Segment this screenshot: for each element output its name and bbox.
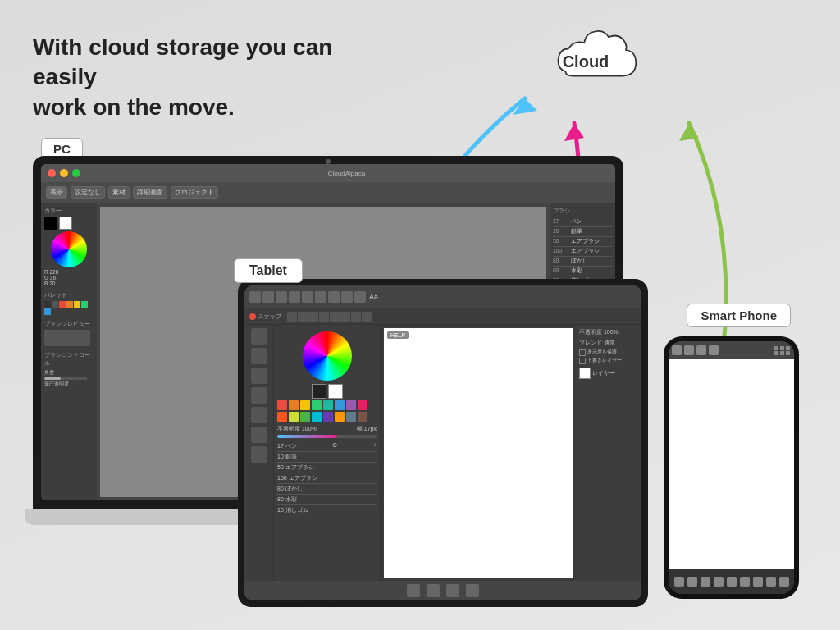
tablet-tool[interactable] [251, 446, 267, 463]
tablet-bottom-icon[interactable] [466, 584, 479, 597]
tablet-bottom-icon[interactable] [446, 584, 459, 597]
cloud-diagram: Cloud [520, 25, 651, 98]
brush-list-title: ブラシ [553, 207, 612, 215]
cloud-label: Cloud [563, 52, 609, 71]
phone-bottom-icon[interactable] [740, 577, 750, 587]
brush-preview [44, 330, 90, 346]
phone-tool-icon[interactable] [672, 345, 682, 355]
tablet-label: Tablet [234, 258, 303, 283]
brush-list-item[interactable]: 80水彩 [553, 267, 612, 276]
color-panel-title: カラー [44, 207, 94, 215]
phone-canvas [669, 359, 794, 569]
tablet-bottom-icon[interactable] [407, 584, 420, 597]
phone-bottom-icon[interactable] [727, 577, 737, 587]
phone-tool-icon[interactable] [709, 345, 719, 355]
brush-list-item[interactable]: 50エアブラシ [553, 237, 612, 247]
phone-tool-icon[interactable] [684, 345, 694, 355]
toolbar-btn-material[interactable]: 素材 [108, 186, 130, 199]
brush-control-title: ブラシコントロール [44, 351, 94, 368]
smartphone-mockup [664, 336, 799, 599]
palette-title: パレット [44, 291, 94, 299]
brush-list-item[interactable]: 10鉛筆 [553, 227, 612, 237]
brush-list-item[interactable]: 100エアブラシ [553, 247, 612, 257]
tablet-mockup: Aa スナップ [238, 279, 648, 607]
tablet-bottom-icon[interactable] [427, 584, 440, 597]
phone-bottom-icon[interactable] [779, 577, 789, 587]
toolbar-btn-detail[interactable]: 詳細画面 [133, 186, 167, 199]
brush-preview-title: ブラシプレビュー [44, 320, 94, 328]
phone-bottom-icon[interactable] [687, 577, 697, 587]
toolbar-btn-display[interactable]: 表示 [46, 186, 67, 199]
phone-bottom-icon[interactable] [753, 577, 763, 587]
smartphone-label: Smart Phone [687, 304, 791, 327]
tablet-tool[interactable] [251, 368, 267, 384]
brush-list-item[interactable]: 17ペン [553, 217, 612, 227]
tablet-tool[interactable] [251, 407, 267, 423]
phone-bottom-icon[interactable] [766, 577, 776, 587]
color-wheel[interactable] [51, 231, 87, 267]
phone-bottom-icon[interactable] [701, 577, 710, 587]
phone-bottom-icon[interactable] [674, 577, 684, 587]
tablet-tool[interactable] [251, 387, 267, 404]
brush-list-item[interactable]: 80ぼかし [553, 257, 612, 267]
tablet-canvas: HELP [384, 328, 573, 578]
tablet-color-wheel[interactable] [303, 331, 352, 381]
tablet-tool[interactable] [251, 328, 267, 345]
tablet-tool[interactable] [251, 348, 267, 364]
main-heading: With cloud storage you can easily work o… [33, 33, 377, 122]
toolbar-btn-project[interactable]: プロジェクト [171, 186, 218, 199]
tablet-tool[interactable] [251, 427, 267, 443]
phone-tool-icon[interactable] [696, 345, 706, 355]
phone-bottom-icon[interactable] [714, 577, 724, 587]
toolbar-btn-none[interactable]: 設定なし [71, 186, 105, 199]
